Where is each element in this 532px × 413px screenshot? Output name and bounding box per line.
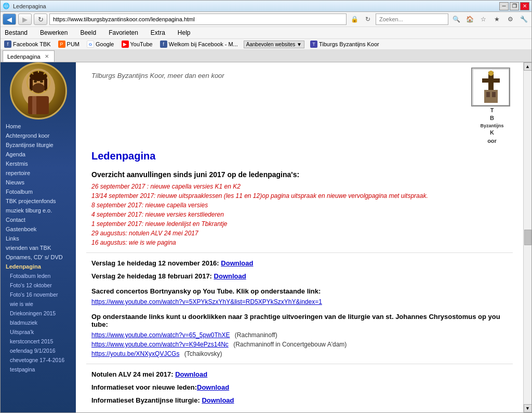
verslag2-line: Verslag 2e heidedag 18 februari 2017: Do… — [91, 272, 508, 280]
sidebar-item-home[interactable]: Home — [1, 122, 76, 131]
page-title: Ledenpagina — [91, 150, 508, 162]
fav-youtube[interactable]: ▶ YouTube — [120, 40, 154, 48]
svg-rect-18 — [482, 78, 500, 83]
sidebar-item-kerstconcert[interactable]: kerstconcert 2015 — [1, 337, 76, 346]
sidebar-item-repertoire[interactable]: repertoire — [1, 168, 76, 178]
sidebar-item-oefendag[interactable]: oefendag 9/1/2016 — [1, 346, 76, 355]
star-icon[interactable]: ☆ — [477, 14, 489, 25]
sidebar-item-uitspraak[interactable]: Uitspraa'k — [1, 327, 76, 337]
tab-close-button[interactable]: ✕ — [45, 54, 49, 59]
sidebar-item-foto-16[interactable]: Foto's 16 november — [1, 290, 76, 299]
scroll-thumb[interactable] — [524, 230, 531, 245]
content-inner: Tilburgs Byzantijns Koor, meer dan een k… — [76, 62, 523, 412]
tools-icon[interactable]: 🔧 — [518, 14, 529, 25]
liturgie-label: Op onderstaande links kunt u doorklikken… — [91, 313, 500, 328]
sacred-url-line: https://www.youtube.com/watch?v=5XPYkSzx… — [91, 298, 508, 305]
sacred-title: Sacred concertos Bortnyansky op You Tube… — [91, 287, 508, 295]
back-button[interactable]: ◀ — [3, 14, 16, 25]
site-title: Tilburgs Byzantijns Koor, meer dan een k… — [91, 72, 224, 79]
maximize-button[interactable]: ❐ — [510, 2, 519, 10]
sidebar-item-bladmuziek[interactable]: bladmuziek — [1, 318, 76, 327]
infobyz-link[interactable]: Download — [202, 396, 234, 404]
sidebar-item-driekoningen[interactable]: Driekoningen 2015 — [1, 309, 76, 318]
favorites-bar: f Facebook TBK P PUM G Google ▶ YouTube … — [1, 39, 531, 50]
sidebar-item-agenda[interactable]: Agenda — [1, 150, 76, 159]
tab-icon: 🌐 — [3, 3, 10, 9]
minimize-button[interactable]: ─ — [499, 2, 509, 10]
overview-section: Overzicht aanvullingen sinds juni 2017 o… — [91, 170, 508, 246]
sidebar-item-contact[interactable]: Contact — [1, 215, 76, 224]
sacred-url-link[interactable]: https://www.youtube.com/watch?v=5XPYkSzx… — [91, 298, 322, 305]
youtube-url-1[interactable]: https://www.youtube.com/watch?v=K94ePzs1… — [91, 341, 229, 348]
svg-rect-15 — [32, 96, 36, 114]
sidebar-item-fotoalbum[interactable]: Fotoalbum — [1, 187, 76, 196]
menu-bewerken[interactable]: Bewerken — [38, 28, 70, 37]
sidebar-item-vrienden[interactable]: vrienden van TBK — [1, 243, 76, 252]
notulen-link[interactable]: Download — [175, 370, 207, 378]
main-area: Home Achtergrond koor Byzantijnse liturg… — [1, 62, 531, 412]
fav-google[interactable]: G Google — [85, 40, 115, 48]
verslag2-link[interactable]: Download — [214, 272, 246, 280]
youtube-url-0[interactable]: https://www.youtube.com/watch?v=65_5pw0T… — [91, 331, 230, 339]
tbk-logo-svg — [473, 69, 509, 105]
sidebar-item-kerstmis[interactable]: Kerstmis — [1, 159, 76, 168]
sidebar-item-foto-12[interactable]: Foto's 12 oktober — [1, 281, 76, 290]
menu-help[interactable]: Help — [176, 28, 193, 37]
menu-bestand[interactable]: Bestand — [3, 28, 30, 37]
sidebar-item-testpagina[interactable]: testpagina — [1, 365, 76, 374]
liturgie-title: Op onderstaande links kunt u doorklikken… — [91, 313, 508, 328]
recommended-sites-dropdown[interactable]: Aanbevolen websites ▼ — [244, 41, 304, 48]
logo-image — [471, 68, 510, 106]
sidebar-item-links[interactable]: Links — [1, 234, 76, 243]
sidebar-item-nieuws[interactable]: Nieuws — [1, 178, 76, 187]
url-input[interactable] — [49, 14, 347, 25]
svg-rect-20 — [484, 90, 498, 103]
update-5: 29 augustus: notulen ALV 24 mei 2017 — [91, 230, 508, 237]
search-icon[interactable]: 🔍 — [450, 14, 462, 25]
sidebar-portrait — [10, 62, 67, 119]
settings-icon[interactable]: ⚙ — [504, 14, 516, 25]
youtube-icon: ▶ — [122, 41, 129, 48]
forward-button[interactable]: ▶ — [18, 14, 32, 25]
sidebar-item-byzantijnse[interactable]: Byzantijnse liturgie — [1, 140, 76, 150]
search-input[interactable] — [376, 14, 448, 25]
infoset-label: Informatieset voor nieuwe leden: — [91, 383, 197, 391]
window-title: Ledenpagina — [13, 3, 46, 9]
fav-facebook[interactable]: f Facebook TBK — [3, 40, 52, 48]
menu-beeld[interactable]: Beeld — [78, 28, 98, 37]
update-6: 16 augustus: wie is wie pagina — [91, 239, 508, 246]
refresh-button[interactable]: ↻ — [34, 14, 47, 25]
tab-bar: Ledenpagina ✕ — [1, 50, 531, 62]
verslag1-link[interactable]: Download — [221, 259, 253, 267]
favorites-icon[interactable]: ★ — [491, 14, 502, 25]
update-0: 26 september 2017 : nieuwe capella versi… — [91, 183, 508, 190]
vertical-scrollbar[interactable]: ▲ ▼ — [523, 62, 531, 412]
infoset-link[interactable]: Download — [197, 383, 229, 391]
content-area[interactable]: Tilburgs Byzantijns Koor, meer dan een k… — [76, 62, 523, 412]
fav-facebook-m[interactable]: f Welkom bij Facebook - M... — [158, 40, 240, 48]
divider-2 — [86, 364, 513, 364]
sidebar-item-gastenboek[interactable]: Gastenboek — [1, 224, 76, 234]
scroll-down-button[interactable]: ▼ — [524, 404, 532, 412]
sidebar-item-muziek[interactable]: muziek tilburg e.o. — [1, 206, 76, 215]
svg-rect-22 — [492, 92, 496, 97]
scroll-up-button[interactable]: ▲ — [524, 62, 532, 71]
sidebar-item-opnames[interactable]: Opnames, CD' s/ DVD — [1, 252, 76, 262]
fav-pum[interactable]: P PUM — [57, 40, 81, 48]
youtube-note-1: (Rachmaninoff in Concertgebouw A'dam) — [233, 341, 347, 348]
menu-extra[interactable]: Extra — [149, 28, 167, 37]
sidebar-item-ledenpagina[interactable]: Ledenpagina — [1, 262, 76, 271]
youtube-url-2[interactable]: https://youtu.be/XNXyxQVJCGs — [91, 350, 179, 357]
tab-label: Ledenpagina — [7, 54, 41, 60]
menu-favorieten[interactable]: Favorieten — [107, 28, 140, 37]
home-icon[interactable]: 🏠 — [464, 14, 475, 25]
sidebar-item-tbk-project[interactable]: TBK projectenfonds — [1, 196, 76, 206]
refresh-icon[interactable]: ↻ — [362, 14, 374, 25]
fav-tbk[interactable]: T Tiburgs Byzantijns Koor — [309, 40, 381, 48]
sidebar-item-wie-is-wie[interactable]: wie is wie — [1, 299, 76, 309]
active-tab[interactable]: Ledenpagina ✕ — [3, 50, 55, 62]
sidebar-item-chevetogne[interactable]: chevetogne 17-4-2016 — [1, 355, 76, 365]
close-button[interactable]: ✕ — [520, 2, 529, 10]
sidebar-item-fotoalbum-leden[interactable]: Fotoalbum leden — [1, 271, 76, 281]
sidebar-item-achtergrond[interactable]: Achtergrond koor — [1, 131, 76, 140]
